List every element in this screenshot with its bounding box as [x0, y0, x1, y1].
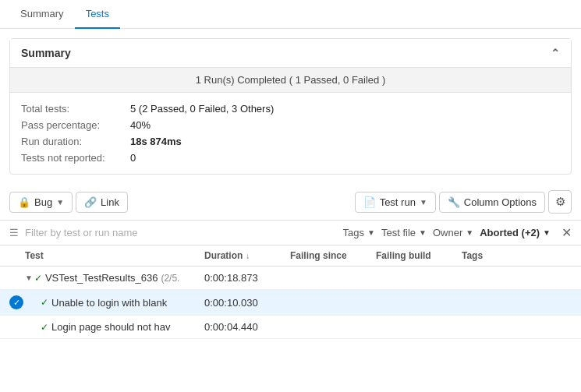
sort-down-icon: ↓ [246, 252, 250, 260]
test-file-filter[interactable]: Test file ▼ [381, 227, 427, 238]
pass-icon-3: ✓ [41, 322, 48, 333]
col-header-test: Test [25, 250, 204, 261]
wrench-icon: 🔧 [448, 196, 460, 208]
test-name-2: Unable to login with blank [51, 297, 167, 309]
summary-row-not-reported: Tests not reported: 0 [21, 150, 560, 166]
col-header-failing-since: Failing since [290, 250, 376, 261]
test-file-chevron-icon: ▼ [419, 228, 427, 237]
pass-icon-2: ✓ [41, 297, 48, 308]
summary-section: Summary ⌃ 1 Run(s) Completed ( 1 Passed,… [9, 38, 572, 175]
toolbar: 🔒 Bug ▼ 🔗 Link 📄 Test run ▼ 🔧 Column Opt… [0, 184, 581, 221]
test-name-1: VSTest_TestResults_636 [45, 272, 158, 284]
bug-button[interactable]: 🔒 Bug ▼ [9, 192, 73, 213]
selected-checkbox[interactable]: ✓ [9, 295, 23, 309]
link-button[interactable]: 🔗 Link [76, 192, 128, 213]
duration-1: 0:00:18.873 [204, 272, 290, 284]
test-name-3: Login page should not hav [51, 321, 171, 333]
filter-bar: ☰ Filter by test or run name Tags ▼ Test… [0, 221, 581, 245]
bug-chevron-icon: ▼ [56, 198, 64, 207]
summary-row-pass: Pass percentage: 40% [21, 117, 560, 133]
summary-row-duration: Run duration: 18s 874ms [21, 133, 560, 150]
table-row[interactable]: ▼ ✓ VSTest_TestResults_636 (2/5. 0:00:18… [0, 267, 581, 290]
link-icon: 🔗 [84, 196, 97, 208]
column-options-button[interactable]: 🔧 Column Options [439, 192, 545, 213]
owner-filter[interactable]: Owner ▼ [433, 227, 473, 238]
filter-icon: ☰ [9, 227, 19, 238]
tags-filter[interactable]: Tags ▼ [343, 227, 375, 238]
testrun-icon: 📄 [363, 196, 376, 208]
table-row[interactable]: ✓ ✓ Unable to login with blank 0:00:10.0… [0, 290, 581, 316]
testrun-button[interactable]: 📄 Test run ▼ [355, 192, 436, 213]
duration-3: 0:00:04.440 [204, 321, 290, 333]
summary-header: Summary ⌃ [10, 39, 571, 68]
aborted-filter[interactable]: Aborted (+2) ▼ [480, 227, 551, 238]
collapse-icon[interactable]: ⌃ [551, 47, 560, 59]
col-header-duration[interactable]: Duration ↓ [204, 250, 290, 261]
duration-2: 0:00:10.030 [204, 297, 290, 309]
tab-tests[interactable]: Tests [75, 0, 120, 29]
pass-icon: ✓ [34, 273, 42, 284]
filter-placeholder[interactable]: Filter by test or run name [25, 227, 337, 238]
gear-icon: ⚙ [555, 195, 565, 209]
testrun-chevron-icon: ▼ [420, 198, 427, 207]
aborted-chevron-icon: ▼ [543, 228, 551, 237]
close-filter-button[interactable]: ✕ [562, 225, 572, 240]
owner-chevron-icon: ▼ [466, 228, 473, 237]
tab-summary[interactable]: Summary [9, 0, 75, 29]
tags-chevron-icon: ▼ [367, 228, 375, 237]
table-row[interactable]: ✓ Login page should not hav 0:00:04.440 [0, 316, 581, 339]
summary-status-bar: 1 Run(s) Completed ( 1 Passed, 0 Failed … [10, 68, 571, 93]
table-header: Test Duration ↓ Failing since Failing bu… [0, 245, 581, 267]
col-header-failing-build: Failing build [376, 250, 462, 261]
tabs-container: Summary Tests [0, 0, 581, 29]
settings-icon-button[interactable]: ⚙ [548, 190, 572, 214]
test-count-1: (2/5. [161, 273, 179, 284]
summary-row-total: Total tests: 5 (2 Passed, 0 Failed, 3 Ot… [21, 101, 560, 117]
col-header-tags: Tags [462, 250, 572, 261]
summary-body: Total tests: 5 (2 Passed, 0 Failed, 3 Ot… [10, 93, 571, 174]
expand-chevron-icon[interactable]: ▼ [25, 274, 33, 282]
lock-icon: 🔒 [18, 196, 30, 208]
